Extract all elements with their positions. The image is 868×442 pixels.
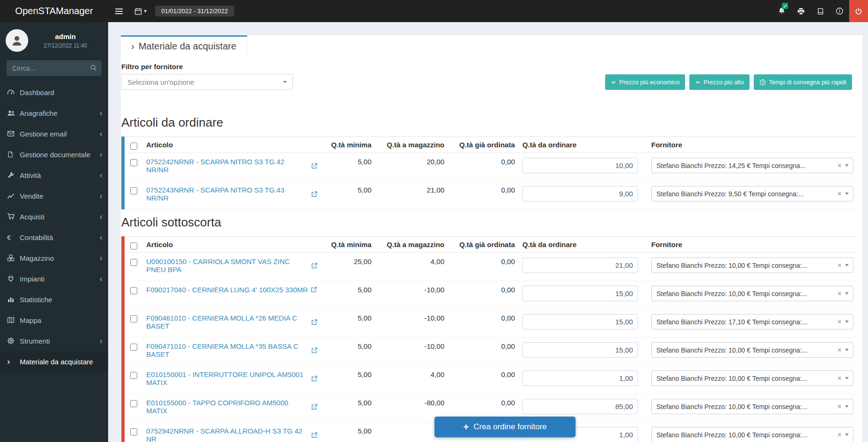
row-checkbox[interactable] [130, 372, 137, 379]
supplier-select[interactable]: Stefano Bianchi Prezzo: 14,25 € Tempi co… [651, 158, 853, 173]
chevron-left-icon: ‹ [100, 254, 103, 262]
avatar[interactable] [6, 29, 28, 52]
row-checkbox[interactable] [130, 428, 137, 435]
search-icon[interactable] [90, 64, 97, 71]
sidebar-toggle-button[interactable] [108, 0, 130, 22]
date-range-badge[interactable]: 01/01/2022 - 31/12/2022 [155, 6, 234, 16]
supplier-select[interactable]: Stefano Bianchi Prezzo: 10,00 € Tempi co… [651, 286, 853, 301]
logout-button[interactable] [849, 0, 868, 22]
row-checkbox[interactable] [130, 287, 137, 294]
sidebar-item-impianti[interactable]: Impianti‹ [0, 268, 108, 289]
supplier-filter-label: Filtro per fornitore [121, 63, 293, 71]
sidebar-item-statistiche[interactable]: Statistiche [0, 289, 108, 310]
qty-min-value: 5,00 [321, 338, 375, 366]
sidebar-item-label: Anagrafiche [20, 109, 100, 117]
sort-fastest-delivery-button[interactable]: Tempi di consegna più rapidi [754, 74, 852, 90]
documentation-button[interactable] [811, 0, 830, 22]
plug-icon [7, 275, 20, 282]
qty-to-order-input[interactable] [522, 314, 638, 329]
article-link[interactable]: 0752242NRNR - SCARPA NITRO S3 TG.42 NR/N… [146, 158, 317, 174]
clear-selection-icon[interactable]: × [837, 190, 842, 198]
row-checkbox[interactable] [130, 259, 137, 266]
search-input[interactable] [7, 60, 102, 76]
qty-to-order-input[interactable] [522, 370, 638, 386]
row-checkbox[interactable] [130, 159, 137, 166]
sidebar-item-label: Mappa [20, 316, 103, 324]
info-button[interactable] [830, 0, 849, 22]
sort-cheapest-price-button[interactable]: Prezzo più economico [605, 74, 685, 90]
clear-selection-icon[interactable]: × [837, 402, 842, 411]
plus-icon: + [463, 422, 469, 432]
sort-highest-price-button[interactable]: Prezzo più alto [689, 74, 750, 90]
notifications-button[interactable] [772, 0, 791, 22]
article-link[interactable]: F090217040 - CERNIERA LUNG 4' 100X25 330… [146, 286, 317, 294]
supplier-select[interactable]: Stefano Bianchi Prezzo: 10,00 € Tempi co… [651, 427, 853, 442]
qty-to-order-input[interactable] [522, 158, 638, 173]
clear-selection-icon[interactable]: × [837, 161, 842, 170]
qty-to-order-input[interactable] [522, 286, 638, 301]
sidebar-item-attivita[interactable]: Attività‹ [0, 165, 108, 185]
info-icon [836, 7, 844, 15]
supplier-filter-select[interactable]: Seleziona un'opzione [121, 74, 293, 90]
article-link[interactable]: 0752243NRNR - SCARPA NITRO S3 TG.43 NR/N… [146, 186, 317, 202]
supplier-selected-value: Stefano Bianchi Prezzo: 10,00 € Tempi co… [656, 290, 835, 297]
sidebar-item-dashboard[interactable]: Dashboard [0, 82, 108, 103]
supplier-select[interactable]: Stefano Bianchi Prezzo: 17,10 € Tempi co… [651, 314, 853, 329]
article-link[interactable]: F090461010 - CERNIERA MOLLA *26 MEDIA C … [146, 314, 317, 330]
select-all-checkbox[interactable] [130, 242, 137, 249]
tab-label: Materiale da acquistare [139, 41, 237, 52]
chevron-left-icon: ‹ [100, 274, 103, 283]
sidebar-item-materiale-da-acquistare[interactable]: ›Materiale da acquistare [0, 351, 108, 372]
sidebar-item-acquisti[interactable]: Acquisti‹ [0, 206, 108, 227]
create-supplier-order-button[interactable]: + Crea ordine fornitore [434, 417, 576, 437]
qty-to-order-input[interactable] [522, 399, 638, 414]
qty-to-order-input[interactable] [522, 342, 638, 358]
row-checkbox[interactable] [130, 187, 137, 194]
supplier-select[interactable]: Stefano Bianchi Prezzo: 10,00 € Tempi co… [651, 399, 853, 414]
sidebar-item-contabilita[interactable]: €Contabilità‹ [0, 227, 108, 248]
supplier-select[interactable]: Stefano Bianchi Prezzo: 9,50 € Tempi con… [651, 186, 853, 201]
clear-selection-icon[interactable]: × [837, 431, 842, 439]
sidebar-item-label: Impianti [20, 275, 100, 283]
qty-to-order-input[interactable] [522, 186, 638, 201]
sidebar-item-vendite[interactable]: Vendite‹ [0, 185, 108, 206]
sidebar-item-anagrafiche[interactable]: Anagrafiche‹ [0, 103, 108, 123]
row-checkbox[interactable] [130, 315, 137, 322]
clear-selection-icon[interactable]: × [837, 346, 842, 354]
calendar-button[interactable]: ▾ [130, 0, 151, 22]
row-checkbox[interactable] [130, 344, 137, 351]
supplier-select[interactable]: Stefano Bianchi Prezzo: 10,00 € Tempi co… [651, 342, 853, 358]
sidebar-item-label: Vendite [20, 192, 100, 200]
supplier-select[interactable]: Stefano Bianchi Prezzo: 10,00 € Tempi co… [651, 257, 853, 273]
sidebar-item-mappa[interactable]: Mappa [0, 310, 108, 330]
qty-min-value: 25,00 [321, 253, 375, 281]
supplier-select[interactable]: Stefano Bianchi Prezzo: 10,00 € Tempi co… [651, 370, 853, 386]
sidebar-item-gestione-documentale[interactable]: Gestione documentale‹ [0, 144, 108, 165]
print-button[interactable] [791, 0, 811, 22]
clear-selection-icon[interactable]: × [837, 289, 842, 298]
article-link[interactable]: E010150001 - INTERRUTTORE UNIPOL AM5001 … [146, 370, 317, 386]
caret-down-icon [845, 321, 849, 323]
supplier-selected-value: Stefano Bianchi Prezzo: 10,00 € Tempi co… [656, 375, 835, 382]
article-link[interactable]: U090100150 - CARRIOLA SMONT VAS ZINC PNE… [146, 257, 317, 273]
sidebar-item-gestione-email[interactable]: Gestione email‹ [0, 123, 108, 144]
sidebar-item-magazzino[interactable]: Magazzino‹ [0, 248, 108, 268]
clear-selection-icon[interactable]: × [837, 374, 842, 383]
app-logo[interactable]: OpenSTAManager [0, 0, 108, 22]
qty-ordered-value: 0,00 [448, 309, 519, 338]
article-link[interactable]: F090471010 - CERNIERA MOLLA *35 BASSA C … [146, 342, 317, 358]
article-link[interactable]: E010155000 - TAPPO COPRIFORO AM5000 MATI… [146, 399, 317, 415]
qty-ordered-value: 0,00 [448, 181, 519, 209]
tab-materiale-da-acquistare[interactable]: › Materiale da acquistare [121, 35, 247, 56]
select-all-checkbox[interactable] [130, 143, 137, 150]
article-link[interactable]: 0752942NRNR - SCARPA ALLROAD-H S3 TG 42 … [146, 427, 317, 442]
clear-selection-icon[interactable]: × [837, 261, 842, 270]
chevron-left-icon: ‹ [100, 129, 103, 138]
user-icon [11, 34, 23, 47]
clear-selection-icon[interactable]: × [837, 318, 842, 326]
sidebar-item-strumenti[interactable]: Strumenti‹ [0, 330, 108, 351]
qty-to-order-input[interactable] [522, 257, 638, 273]
row-checkbox[interactable] [130, 400, 137, 407]
qty-ordered-value: 0,00 [448, 153, 519, 181]
sort-button-label: Tempi di consegna più rapidi [769, 79, 846, 86]
